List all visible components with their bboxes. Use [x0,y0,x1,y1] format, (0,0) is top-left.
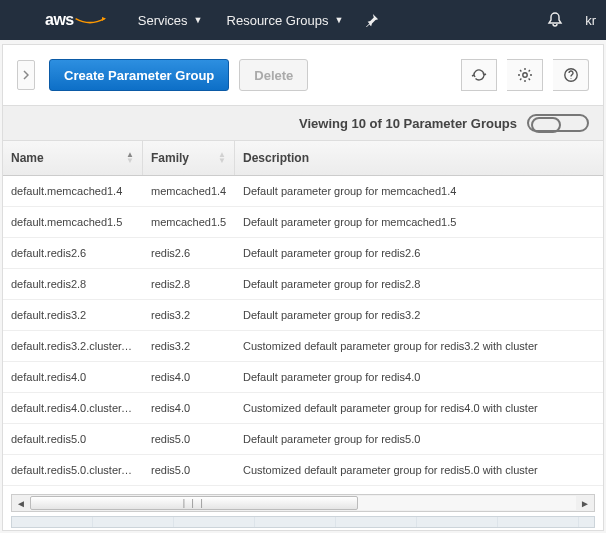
cell-description: Customized default parameter group for r… [235,331,603,361]
table-body: default.memcached1.4 memcached1.4 Defaul… [3,176,603,486]
cell-description: Default parameter group for redis3.2 [235,300,603,330]
cell-name: default.redis3.2.cluster.on [3,331,143,361]
table-row[interactable]: default.redis4.0.cluster.on redis4.0 Cus… [3,393,603,424]
cell-name: default.redis4.0.cluster.on [3,393,143,423]
table-row[interactable]: default.redis2.6 redis2.6 Default parame… [3,238,603,269]
cell-name: default.redis5.0.cluster.on [3,455,143,485]
cell-name: default.memcached1.4 [3,176,143,206]
settings-button[interactable] [507,59,543,91]
delete-button[interactable]: Delete [239,59,308,91]
aws-logo-text: aws [45,11,74,29]
help-icon [563,67,579,83]
column-header-description[interactable]: Description [235,141,603,175]
cell-description: Default parameter group for redis5.0 [235,424,603,454]
status-bar: Viewing 10 of 10 Parameter Groups [3,105,603,141]
cell-family: redis3.2 [143,331,235,361]
cell-description: Default parameter group for memcached1.5 [235,207,603,237]
services-menu[interactable]: Services ▼ [126,13,215,28]
account-menu[interactable]: kr [573,13,596,28]
toolbar: Create Parameter Group Delete [3,45,603,105]
main-panel: Create Parameter Group Delete Viewing 10… [2,44,604,531]
services-label: Services [138,13,188,28]
cell-family: memcached1.4 [143,176,235,206]
column-header-label: Name [11,151,44,165]
cell-name: default.redis4.0 [3,362,143,392]
cell-name: default.redis2.8 [3,269,143,299]
cell-family: redis2.6 [143,238,235,268]
svg-point-0 [522,73,526,77]
resource-groups-label: Resource Groups [227,13,329,28]
cell-name: default.redis5.0 [3,424,143,454]
footer-strip [11,516,595,528]
caret-down-icon: ▼ [334,15,343,25]
resource-groups-menu[interactable]: Resource Groups ▼ [215,13,356,28]
table-row[interactable]: default.redis5.0.cluster.on redis5.0 Cus… [3,455,603,486]
notifications-icon[interactable] [537,12,573,28]
cell-family: redis4.0 [143,362,235,392]
cell-family: redis3.2 [143,300,235,330]
viewing-count: Viewing 10 of 10 Parameter Groups [299,116,517,131]
table-row[interactable]: default.redis5.0 redis5.0 Default parame… [3,424,603,455]
table-row[interactable]: default.redis3.2 redis3.2 Default parame… [3,300,603,331]
refresh-button[interactable] [461,59,497,91]
table-row[interactable]: default.memcached1.5 memcached1.5 Defaul… [3,207,603,238]
top-navigation: aws Services ▼ Resource Groups ▼ kr [0,0,606,40]
horizontal-scrollbar[interactable]: ◄ | | | ► [11,494,595,512]
cell-family: redis2.8 [143,269,235,299]
cell-family: redis5.0 [143,455,235,485]
scroll-track[interactable]: | | | [30,496,576,510]
table-row[interactable]: default.redis3.2.cluster.on redis3.2 Cus… [3,331,603,362]
cell-name: default.redis3.2 [3,300,143,330]
cell-family: redis4.0 [143,393,235,423]
cell-name: default.memcached1.5 [3,207,143,237]
scroll-thumb[interactable]: | | | [30,496,358,510]
sort-icon: ▲▼ [212,152,226,164]
cell-name: default.redis2.6 [3,238,143,268]
cell-description: Default parameter group for redis2.6 [235,238,603,268]
scroll-right-button[interactable]: ► [576,495,594,511]
account-label: kr [585,13,596,28]
table-row[interactable]: default.redis2.8 redis2.8 Default parame… [3,269,603,300]
cell-family: redis5.0 [143,424,235,454]
gear-icon [517,67,533,83]
cell-description: Customized default parameter group for r… [235,393,603,423]
refresh-icon [471,67,487,83]
caret-down-icon: ▼ [194,15,203,25]
scroll-left-button[interactable]: ◄ [12,495,30,511]
cell-description: Default parameter group for redis4.0 [235,362,603,392]
help-button[interactable] [553,59,589,91]
table-header: Name ▲▼ Family ▲▼ Description [3,141,603,176]
cell-description: Customized default parameter group for r… [235,455,603,485]
aws-smile-icon [74,17,106,25]
cell-family: memcached1.5 [143,207,235,237]
pin-icon[interactable] [355,13,389,27]
create-parameter-group-button[interactable]: Create Parameter Group [49,59,229,91]
column-header-label: Description [243,151,309,165]
cell-description: Default parameter group for redis2.8 [235,269,603,299]
pagination-range-indicator[interactable] [527,114,589,132]
aws-logo[interactable]: aws [45,11,106,29]
expand-sidebar-handle[interactable] [17,60,35,90]
cell-description: Default parameter group for memcached1.4 [235,176,603,206]
table-row[interactable]: default.redis4.0 redis4.0 Default parame… [3,362,603,393]
column-header-label: Family [151,151,189,165]
table-row[interactable]: default.memcached1.4 memcached1.4 Defaul… [3,176,603,207]
sort-icon: ▲▼ [120,152,134,164]
column-header-name[interactable]: Name ▲▼ [3,141,143,175]
column-header-family[interactable]: Family ▲▼ [143,141,235,175]
chevron-right-icon [23,70,29,80]
